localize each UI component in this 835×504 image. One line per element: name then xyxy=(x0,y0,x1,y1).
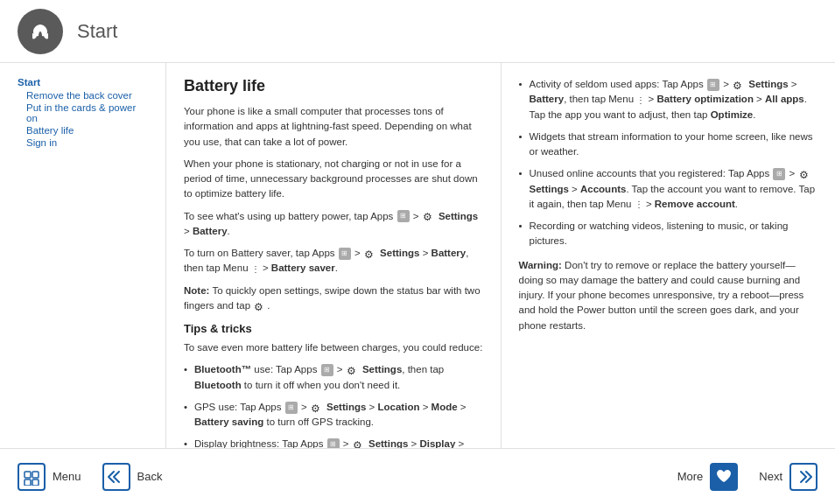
content-left: Battery life Your phone is like a small … xyxy=(166,63,502,448)
settings-icon-6: ⚙ xyxy=(353,438,365,448)
heart-icon xyxy=(710,463,738,491)
back-button[interactable]: Back xyxy=(102,463,163,491)
apps-icon-8: ⊞ xyxy=(773,168,785,180)
tips-intro: To save even more battery life between c… xyxy=(184,340,483,355)
menu-dots-3: ⋮ xyxy=(635,198,643,211)
sidebar-navigation: Start Remove the back cover Put in the c… xyxy=(18,77,148,148)
svg-rect-2 xyxy=(32,472,39,478)
menu-label: Menu xyxy=(53,470,81,483)
tips-brightness: Display brightness: Tap Apps ⊞ > ⚙ Setti… xyxy=(184,437,483,448)
svg-rect-3 xyxy=(25,480,31,486)
settings-icon-1: ⚙ xyxy=(423,210,435,222)
apps-icon-5: ⊞ xyxy=(327,438,340,448)
sidebar-item-start[interactable]: Start xyxy=(18,77,148,88)
warning-paragraph: Warning: Don't try to remove or replace … xyxy=(519,258,818,333)
content-title: Battery life xyxy=(184,77,483,95)
note-para: Note: To quickly open settings, swipe do… xyxy=(184,284,483,314)
header: Start xyxy=(0,0,835,63)
settings-icon-9: ⚙ xyxy=(799,168,811,180)
intro-para-1: Your phone is like a small computer that… xyxy=(184,104,483,150)
apps-icon-3: ⊞ xyxy=(321,364,333,376)
apps-icon-2: ⊞ xyxy=(339,248,351,260)
settings-icon-5: ⚙ xyxy=(311,402,323,414)
settings-icon-8: ⚙ xyxy=(733,79,745,91)
right-item-recording: Recording or watching videos, listening … xyxy=(519,219,818,249)
menu-dots-2: ⋮ xyxy=(636,94,645,107)
back-icon xyxy=(102,463,130,491)
menu-icon xyxy=(18,463,46,491)
sidebar-item-put-in-cards[interactable]: Put in the cards & power on xyxy=(18,102,148,123)
back-label: Back xyxy=(137,470,163,483)
tips-list: Bluetooth™ use: Tap Apps ⊞ > ⚙ Settings,… xyxy=(184,362,483,448)
battery-saver-para: To turn on Battery saver, tap Apps ⊞ > ⚙… xyxy=(184,246,483,276)
settings-icon-4: ⚙ xyxy=(347,364,359,376)
apps-icon-4: ⊞ xyxy=(285,402,298,414)
motorola-logo xyxy=(18,9,63,54)
svg-rect-4 xyxy=(32,480,39,486)
footer-right-buttons: More Next xyxy=(677,463,817,491)
footer: Menu Back More Next xyxy=(0,448,835,504)
next-label: Next xyxy=(759,470,782,483)
page-title: Start xyxy=(77,20,117,43)
next-button[interactable]: Next xyxy=(759,463,817,491)
svg-rect-1 xyxy=(25,472,31,478)
settings-icon-2: ⚙ xyxy=(364,248,376,260)
sidebar-item-battery-life[interactable]: Battery life xyxy=(18,125,148,136)
settings-icon-3: ⚙ xyxy=(254,300,266,312)
content-right: Activity of seldom used apps: Tap Apps ⊞… xyxy=(502,63,836,448)
right-item-seldom-apps: Activity of seldom used apps: Tap Apps ⊞… xyxy=(519,77,818,122)
more-label: More xyxy=(677,470,704,483)
sidebar: Start Remove the back cover Put in the c… xyxy=(0,63,166,448)
battery-power-para: To see what's using up battery power, ta… xyxy=(184,209,483,240)
apps-icon-1: ⊞ xyxy=(397,210,410,222)
sidebar-item-remove-back-cover[interactable]: Remove the back cover xyxy=(18,90,148,101)
intro-para-2: When your phone is stationary, not charg… xyxy=(184,157,483,202)
menu-dots-1: ⋮ xyxy=(251,262,260,276)
sidebar-item-sign-in[interactable]: Sign in xyxy=(18,137,148,148)
right-item-widgets: Widgets that stream information to your … xyxy=(519,130,818,160)
menu-button[interactable]: Menu xyxy=(18,463,81,491)
warning-label: Warning: xyxy=(519,260,562,270)
content-area: Battery life Your phone is like a small … xyxy=(166,63,835,448)
main-content: Start Remove the back cover Put in the c… xyxy=(0,63,835,448)
tips-heading: Tips & tricks xyxy=(184,322,483,335)
tips-gps: GPS use: Tap Apps ⊞ > ⚙ Settings > Locat… xyxy=(184,400,483,430)
right-bullet-list: Activity of seldom used apps: Tap Apps ⊞… xyxy=(519,77,818,249)
footer-left-buttons: Menu Back xyxy=(18,463,162,491)
tips-bluetooth: Bluetooth™ use: Tap Apps ⊞ > ⚙ Settings,… xyxy=(184,362,483,393)
apps-icon-7: ⊞ xyxy=(707,79,719,91)
more-button[interactable]: More xyxy=(677,463,739,491)
next-icon xyxy=(789,463,817,491)
right-item-accounts: Unused online accounts that you register… xyxy=(519,166,818,212)
